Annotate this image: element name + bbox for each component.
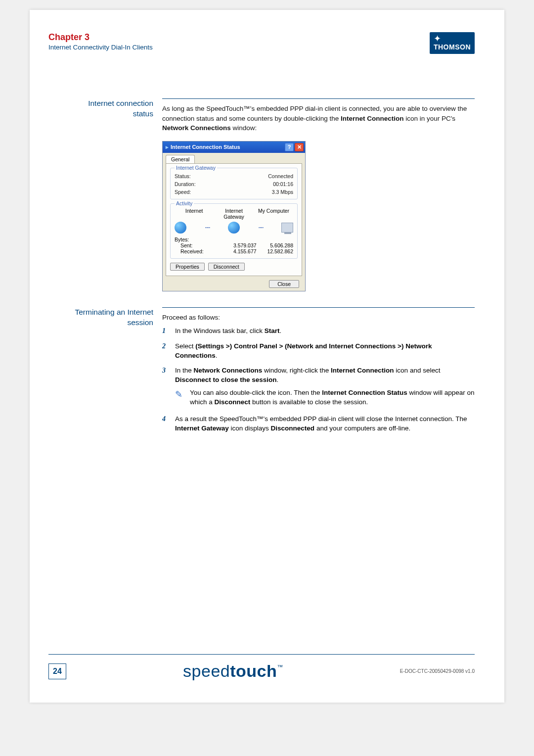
activity-col-mycomputer: My Computer <box>254 208 293 220</box>
step-1: 1 In the Windows task bar, click Start. <box>162 326 475 336</box>
chapter-title: Chapter 3 <box>48 32 153 43</box>
thomson-logo-text: THOMSON <box>434 43 471 51</box>
chapter-subtitle: Internet Connectivity Dial-In Clients <box>48 44 153 51</box>
status-value: Connected <box>268 173 293 179</box>
group-internet-gateway: Internet Gateway <box>175 165 217 171</box>
page-footer: 24 speedtouch™ E-DOC-CTC-20050429-0098 v… <box>48 654 475 681</box>
globe-icon <box>175 222 186 234</box>
side-label-line1: Internet connection <box>88 99 153 107</box>
speedtouch-brand: speedtouch™ <box>183 662 283 681</box>
page-number: 24 <box>48 663 66 679</box>
dialog-title: Internet Connection Status <box>171 144 240 150</box>
received-label: Received: <box>175 248 220 254</box>
connection-status-dialog: ▸ Internet Connection Status ? ✕ General… <box>162 141 306 291</box>
section-terminating-label: Terminating an Internet session <box>48 307 162 438</box>
step-num-2: 2 <box>162 341 175 361</box>
thomson-logo: ✦ THOMSON <box>430 32 475 54</box>
gateway-globe-icon <box>228 222 240 234</box>
note-text: You can also double-click the icon. Then… <box>190 388 475 407</box>
document-id: E-DOC-CTC-20050429-0098 v1.0 <box>400 668 475 674</box>
disconnect-button[interactable]: Disconnect <box>208 263 245 271</box>
step-2: 2 Select (Settings >) Control Panel > (N… <box>162 341 475 361</box>
computer-icon <box>281 223 293 233</box>
note-icon: ✎ <box>175 388 190 407</box>
step-num-4: 4 <box>162 414 175 433</box>
speed-value: 3.3 Mbps <box>272 189 293 195</box>
dialog-titlebar: ▸ Internet Connection Status ? ✕ <box>163 142 305 153</box>
intro-paragraph: As long as the SpeedTouch™'s embedded PP… <box>162 104 475 133</box>
sent-label: Sent: <box>175 242 220 248</box>
status-label: Status: <box>175 173 191 179</box>
section-internet-status-label: Internet connection status <box>48 98 162 291</box>
step-3: 3 In the Network Connections window, rig… <box>162 366 475 409</box>
help-button[interactable]: ? <box>285 143 294 151</box>
thomson-flame-icon: ✦ <box>434 34 471 43</box>
tab-general[interactable]: General <box>166 155 195 163</box>
received-gateway-value: 4.155.677 <box>221 248 257 254</box>
step-num-1: 1 <box>162 326 175 336</box>
duration-label: Duration: <box>175 181 196 187</box>
activity-dots-icon: ···· <box>258 223 263 232</box>
bytes-label: Bytes: <box>175 236 293 242</box>
proceed-intro: Proceed as follows: <box>162 313 475 323</box>
side-label2-line1: Terminating an Internet <box>75 308 153 316</box>
side-label2-line2: session <box>127 318 153 327</box>
sent-computer-value: 5.606.288 <box>258 242 293 248</box>
trademark-icon: ™ <box>277 663 283 670</box>
side-label-line2: status <box>133 109 153 118</box>
step-num-3: 3 <box>162 366 175 409</box>
properties-button[interactable]: Properties <box>170 263 205 271</box>
duration-value: 00:01:16 <box>273 181 293 187</box>
dialog-app-icon: ▸ <box>166 144 169 150</box>
step-4: 4 As a result the SpeedTouch™'s embedded… <box>162 414 475 433</box>
activity-col-internet: Internet <box>175 208 214 220</box>
activity-dots-icon: ···· <box>205 223 210 232</box>
sent-gateway-value: 3.579.037 <box>221 242 257 248</box>
close-icon[interactable]: ✕ <box>295 143 304 151</box>
speed-label: Speed: <box>175 189 191 195</box>
group-activity: Activity <box>175 200 194 206</box>
received-computer-value: 12.582.862 <box>258 248 293 254</box>
activity-col-gateway: Internet Gateway <box>214 208 253 220</box>
close-button[interactable]: Close <box>269 280 299 288</box>
